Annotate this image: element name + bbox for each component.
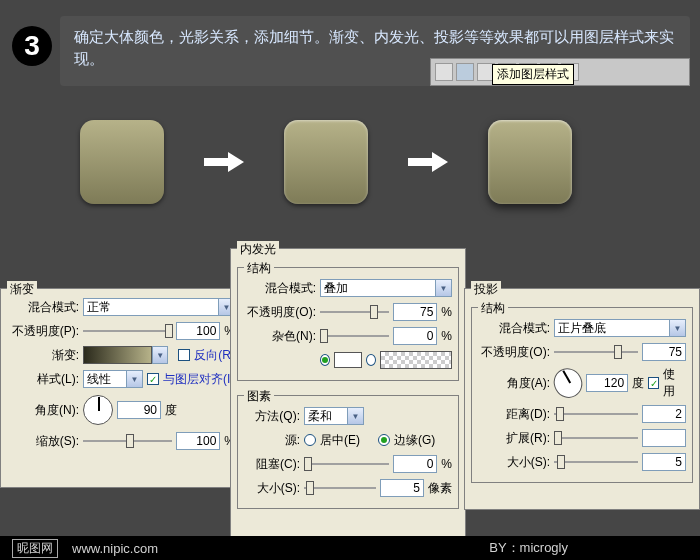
preview-square-2 (284, 120, 368, 204)
size-slider[interactable] (304, 479, 376, 497)
style-combo[interactable]: 线性 (83, 370, 143, 388)
spread-input[interactable] (642, 429, 686, 447)
chevron-down-icon[interactable] (435, 280, 451, 296)
opacity-input[interactable]: 100 (176, 322, 220, 340)
distance-input[interactable]: 2 (642, 405, 686, 423)
size-label: 大小(S): (244, 480, 300, 497)
size-label: 大小(S): (478, 454, 550, 471)
source-center-label: 居中(E) (320, 432, 360, 449)
angle-input[interactable]: 120 (586, 374, 628, 392)
angle-label: 角度(A): (478, 375, 550, 392)
opacity-label: 不透明度(O): (244, 304, 316, 321)
global-light-label: 使用 (663, 366, 686, 400)
angle-input[interactable]: 90 (117, 401, 161, 419)
blend-mode-combo[interactable]: 正常 (83, 298, 235, 316)
method-combo[interactable]: 柔和 (304, 407, 364, 425)
reverse-label: 反向(R) (194, 347, 235, 364)
noise-label: 杂色(N): (244, 328, 316, 345)
unit-label: 像素 (428, 480, 452, 497)
author-credit: BY：microgly (489, 539, 568, 557)
unit-label: % (441, 329, 452, 343)
blend-mode-combo[interactable]: 正片叠底 (554, 319, 686, 337)
opacity-input[interactable]: 75 (393, 303, 437, 321)
source-edge-label: 边缘(G) (394, 432, 435, 449)
distance-label: 距离(D): (478, 406, 550, 423)
elements-group: 图素 方法(Q): 柔和 源: 居中(E) 边缘(G) 阻塞(C): 0 % 大… (237, 395, 459, 509)
unit-label: % (441, 457, 452, 471)
opacity-label: 不透明度(O): (478, 344, 550, 361)
opacity-slider[interactable] (320, 303, 389, 321)
scale-slider[interactable] (83, 432, 172, 450)
align-label: 与图层对齐(I) (163, 371, 234, 388)
group-title: 结构 (244, 260, 274, 277)
inner-glow-panel: 内发光 结构 混合模式: 叠加 不透明度(O): 75 % 杂色(N): 0 %… (230, 248, 466, 544)
panel-title: 投影 (471, 281, 501, 298)
preview-row (80, 120, 572, 204)
preview-square-1 (80, 120, 164, 204)
gradient-label: 渐变: (7, 347, 79, 364)
fx-icon[interactable] (456, 63, 474, 81)
chevron-down-icon[interactable] (669, 320, 685, 336)
spread-label: 扩展(R): (478, 430, 550, 447)
panel-title: 内发光 (237, 241, 279, 258)
source-center-radio[interactable] (304, 434, 316, 446)
glow-color-swatch[interactable] (334, 352, 362, 368)
size-slider[interactable] (554, 453, 638, 471)
blend-mode-label: 混合模式: (478, 320, 550, 337)
group-title: 图素 (244, 388, 274, 405)
panel-title: 渐变 (7, 281, 37, 298)
opacity-label: 不透明度(P): (7, 323, 79, 340)
size-input[interactable]: 5 (642, 453, 686, 471)
color-radio[interactable] (320, 354, 330, 366)
group-title: 结构 (478, 300, 508, 317)
site-url: www.nipic.com (72, 541, 158, 556)
step-number-badge: 3 (12, 26, 52, 66)
gradient-panel: 渐变 混合模式: 正常 不透明度(P): 100 % 渐变: 反向(R) 样式(… (0, 288, 242, 488)
opacity-slider[interactable] (83, 322, 172, 340)
glow-gradient-swatch[interactable] (380, 351, 452, 369)
gradient-radio[interactable] (366, 354, 376, 366)
choke-slider[interactable] (304, 455, 389, 473)
scale-label: 缩放(S): (7, 433, 79, 450)
choke-input[interactable]: 0 (393, 455, 437, 473)
blend-mode-label: 混合模式: (7, 299, 79, 316)
unit-label: % (441, 305, 452, 319)
distance-slider[interactable] (554, 405, 638, 423)
structure-group: 结构 混合模式: 叠加 不透明度(O): 75 % 杂色(N): 0 % (237, 267, 459, 381)
noise-input[interactable]: 0 (393, 327, 437, 345)
layer-style-tooltip: 添加图层样式 (492, 64, 574, 85)
blend-mode-combo[interactable]: 叠加 (320, 279, 452, 297)
angle-dial[interactable] (548, 363, 587, 403)
chevron-down-icon[interactable] (347, 408, 363, 424)
spread-slider[interactable] (554, 429, 638, 447)
preview-square-3 (488, 120, 572, 204)
footer: 昵图网 www.nipic.com BY：microgly (0, 536, 700, 560)
source-edge-radio[interactable] (378, 434, 390, 446)
opacity-slider[interactable] (554, 343, 638, 361)
global-light-checkbox[interactable]: ✓ (648, 377, 659, 389)
scale-input[interactable]: 100 (176, 432, 220, 450)
angle-dial[interactable] (83, 395, 113, 425)
blend-mode-label: 混合模式: (244, 280, 316, 297)
source-label: 源: (244, 432, 300, 449)
arrow-icon (408, 152, 448, 172)
opacity-input[interactable]: 75 (642, 343, 686, 361)
method-label: 方法(Q): (244, 408, 300, 425)
noise-slider[interactable] (320, 327, 389, 345)
style-label: 样式(L): (7, 371, 79, 388)
chevron-down-icon[interactable] (126, 371, 142, 387)
unit-label: 度 (632, 375, 644, 392)
angle-label: 角度(N): (7, 402, 79, 419)
drop-shadow-panel: 投影 结构 混合模式: 正片叠底 不透明度(O): 75 角度(A): 120 … (464, 288, 700, 510)
gradient-swatch[interactable] (83, 346, 152, 364)
align-checkbox[interactable]: ✓ (147, 373, 159, 385)
structure-group: 结构 混合模式: 正片叠底 不透明度(O): 75 角度(A): 120 度 ✓… (471, 307, 693, 483)
link-icon[interactable] (435, 63, 453, 81)
choke-label: 阻塞(C): (244, 456, 300, 473)
size-input[interactable]: 5 (380, 479, 424, 497)
brand-badge: 昵图网 (12, 539, 58, 558)
arrow-icon (204, 152, 244, 172)
chevron-down-icon[interactable] (152, 346, 168, 364)
reverse-checkbox[interactable] (178, 349, 190, 361)
unit-label: 度 (165, 402, 177, 419)
